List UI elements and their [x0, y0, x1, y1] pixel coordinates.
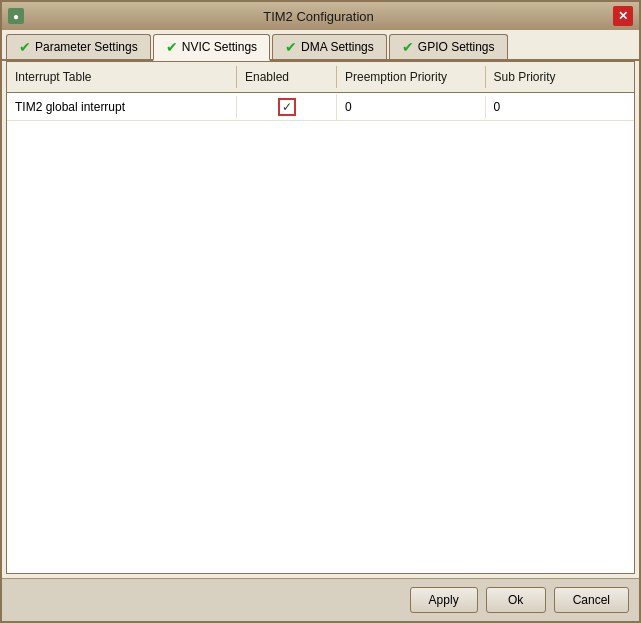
window-title: TIM2 Configuration	[24, 9, 613, 24]
title-bar: ● TIM2 Configuration ✕	[2, 2, 639, 30]
tab-nvic-settings[interactable]: ✔ NVIC Settings	[153, 34, 270, 61]
tab-label: Parameter Settings	[35, 40, 138, 54]
enabled-checkbox[interactable]: ✓	[278, 98, 296, 116]
tab-parameter-settings[interactable]: ✔ Parameter Settings	[6, 34, 151, 59]
table-body: TIM2 global interrupt ✓ 0 0	[7, 93, 634, 573]
column-interrupt-table: Interrupt Table	[7, 66, 237, 88]
table-row: TIM2 global interrupt ✓ 0 0	[7, 93, 634, 121]
ok-button[interactable]: Ok	[486, 587, 546, 613]
close-button[interactable]: ✕	[613, 6, 633, 26]
column-enabled: Enabled	[237, 66, 337, 88]
tab-gpio-settings[interactable]: ✔ GPIO Settings	[389, 34, 508, 59]
column-preemption-priority: Preemption Priority	[337, 66, 486, 88]
tab-label: NVIC Settings	[182, 40, 257, 54]
apply-button[interactable]: Apply	[410, 587, 478, 613]
tab-dma-settings[interactable]: ✔ DMA Settings	[272, 34, 387, 59]
tab-label: DMA Settings	[301, 40, 374, 54]
cell-preemption-priority: 0	[337, 96, 486, 118]
table-header: Interrupt Table Enabled Preemption Prior…	[7, 62, 634, 93]
tab-check-icon: ✔	[402, 39, 414, 55]
window-icon: ●	[8, 8, 24, 24]
tab-label: GPIO Settings	[418, 40, 495, 54]
cell-sub-priority: 0	[486, 96, 635, 118]
cell-enabled: ✓	[237, 94, 337, 120]
tab-check-icon: ✔	[285, 39, 297, 55]
content-area: Interrupt Table Enabled Preemption Prior…	[6, 61, 635, 574]
tab-bar: ✔ Parameter Settings ✔ NVIC Settings ✔ D…	[2, 30, 639, 61]
column-sub-priority: Sub Priority	[486, 66, 635, 88]
cell-interrupt-name: TIM2 global interrupt	[7, 96, 237, 118]
checkbox-check-icon: ✓	[282, 100, 292, 114]
tab-check-icon: ✔	[19, 39, 31, 55]
window: ● TIM2 Configuration ✕ ✔ Parameter Setti…	[0, 0, 641, 623]
tab-check-icon: ✔	[166, 39, 178, 55]
cancel-button[interactable]: Cancel	[554, 587, 629, 613]
footer: Apply Ok Cancel	[2, 578, 639, 621]
